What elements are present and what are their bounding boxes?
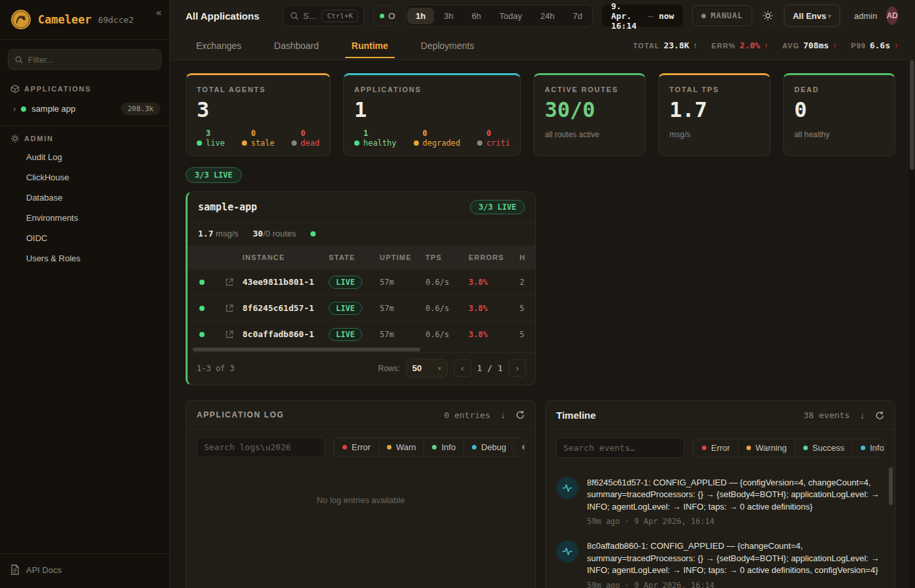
timeline-scrollbar[interactable]: [889, 467, 893, 588]
timeline-filter-button[interactable]: Error: [693, 439, 738, 457]
timeline-events: 8f6245c61d57-1: CONFIG_APPLIED — {config…: [546, 466, 895, 588]
sidebar-admin-item[interactable]: Audit Log: [0, 147, 169, 167]
card-active-routes: ACTIVE ROUTES 30/0 all routes active: [533, 73, 646, 156]
chevron-right-icon[interactable]: ›: [13, 104, 16, 114]
card-applications: APPLICATIONS 1 1healthy 0degraded: [343, 73, 522, 156]
app-panel-header[interactable]: sample-app 3/3 LIVE: [188, 192, 535, 222]
prev-page-button[interactable]: ‹: [454, 359, 471, 377]
global-search[interactable]: S… Ctrl+K: [283, 5, 364, 26]
card-value: 1: [354, 99, 510, 120]
row-link-cell: [216, 278, 242, 287]
theme-toggle-button[interactable]: [761, 5, 775, 26]
event-text: 8c0affadb860-1: CONFIG_APPLIED — {change…: [587, 540, 880, 576]
rows-per-page-select[interactable]: 50 ▾: [406, 359, 448, 378]
substat: 0stale: [242, 129, 274, 148]
timeline-filter-button[interactable]: Warning: [738, 439, 795, 457]
substat-dot: [414, 140, 419, 146]
connection-status-button[interactable]: O: [373, 5, 396, 26]
stat-cards: TOTAL AGENTS 3 3live 0stale: [186, 73, 895, 156]
page-scrollbar[interactable]: [909, 60, 915, 588]
external-link-icon[interactable]: [225, 304, 234, 313]
card-label: TOTAL AGENTS: [197, 86, 320, 93]
datetime-range[interactable]: 9. Apr. 16:14 – now: [602, 5, 683, 27]
sidebar-filter-input[interactable]: [28, 55, 154, 65]
errors-value: 3.8%: [469, 278, 520, 287]
scrollbar-thumb[interactable]: [889, 467, 893, 505]
time-range-button[interactable]: 7d: [565, 8, 591, 24]
timeline-event[interactable]: 8f6245c61d57-1: CONFIG_APPLIED — {config…: [556, 470, 880, 533]
horizontal-scrollbar[interactable]: [188, 347, 535, 352]
time-range-button[interactable]: 1h: [407, 8, 434, 24]
api-docs-link[interactable]: API Docs: [26, 565, 61, 575]
event-timestamp: 59m ago · 9 Apr 2026, 16:14: [587, 581, 880, 588]
log-level-filter-button[interactable]: Info: [424, 438, 463, 456]
admin-nav: Audit LogClickHouseDatabaseEnvironmentsO…: [0, 147, 169, 269]
sidebar-admin-item[interactable]: OIDC: [0, 228, 169, 248]
event-timestamp: 59m ago · 9 Apr 2026, 16:14: [587, 517, 880, 526]
log-level-filter-button[interactable]: Error: [334, 438, 378, 456]
table-row[interactable]: 8f6245c61d57-1 LIVE 57m 0.6/s 3.8% 5: [188, 295, 535, 321]
level-dot: [432, 445, 437, 449]
next-page-button[interactable]: ›: [508, 359, 526, 377]
download-icon[interactable]: ↓: [860, 410, 865, 421]
time-range-button[interactable]: Today: [491, 8, 531, 24]
substat-label: degraded: [423, 139, 461, 148]
log-level-filter-button[interactable]: Trace: [514, 438, 525, 456]
refresh-icon[interactable]: [875, 411, 884, 420]
bottom-panels: APPLICATION LOG 0 entries ↓ Error: [186, 400, 895, 588]
app-tps-value: 1.7: [198, 229, 213, 238]
time-range-button[interactable]: 6h: [463, 8, 490, 24]
sidebar-app-label: sample app: [31, 104, 116, 114]
scrollbar-thumb[interactable]: [193, 348, 420, 351]
log-level-filter-button[interactable]: Debug: [463, 438, 514, 456]
page-title: All Applications: [186, 10, 259, 22]
refresh-icon[interactable]: [516, 410, 525, 419]
log-entry-count: 0 entries: [444, 410, 490, 420]
env-select[interactable]: All Envs ▾: [784, 5, 840, 27]
h-value: 5: [520, 304, 536, 313]
sidebar-admin-item[interactable]: Environments: [0, 208, 169, 228]
card-label: APPLICATIONS: [354, 86, 510, 93]
tab[interactable]: Exchanges: [193, 33, 244, 58]
external-link-icon[interactable]: [225, 278, 234, 287]
sidebar-admin-item[interactable]: Database: [0, 188, 169, 208]
sidebar-filter[interactable]: [8, 49, 161, 70]
avatar[interactable]: AD: [886, 7, 898, 25]
timeline-filter-button[interactable]: Info: [852, 439, 884, 457]
time-range-button[interactable]: 24h: [532, 8, 563, 24]
level-dot: [472, 445, 476, 449]
sidebar-footer[interactable]: API Docs: [0, 553, 169, 588]
scrollbar-thumb[interactable]: [910, 60, 914, 170]
event-body: 8c0affadb860-1: CONFIG_APPLIED — {change…: [587, 540, 880, 588]
online-label: O: [388, 11, 395, 21]
external-link-icon[interactable]: [225, 330, 234, 339]
timeline-search-input[interactable]: [556, 438, 684, 458]
row-status-cell: [188, 332, 216, 337]
tab[interactable]: Runtime: [349, 33, 391, 58]
refresh-mode-button[interactable]: MANUAL: [692, 5, 752, 26]
rows-label: Rows:: [378, 364, 400, 373]
log-empty-message: No log entries available: [186, 465, 535, 505]
table-row[interactable]: 8c0affadb860-1 LIVE 57m 0.6/s 3.8% 5: [188, 321, 535, 347]
card-substats: 1healthy 0degraded 0criti: [354, 129, 510, 148]
app-count-badge: 208.3k: [121, 103, 160, 115]
sidebar-collapse-icon[interactable]: «: [156, 7, 161, 18]
tab[interactable]: Dashboard: [271, 33, 322, 58]
sidebar-admin-item[interactable]: Users & Roles: [0, 248, 169, 269]
tab[interactable]: Deployments: [418, 33, 477, 58]
table-row[interactable]: 43ee9811b801-1 LIVE 57m 0.6/s 3.8% 2: [188, 269, 535, 295]
trend-arrow-icon: ↑: [693, 41, 697, 50]
sample-app-panel: sample-app 3/3 LIVE 1.7 msg/s 30/0 route…: [186, 191, 536, 385]
level-label: Debug: [481, 442, 506, 452]
time-range-button[interactable]: 3h: [435, 8, 461, 24]
log-search-input[interactable]: [197, 437, 325, 457]
timeline-event[interactable]: 8c0affadb860-1: CONFIG_APPLIED — {change…: [556, 533, 880, 588]
row-status-cell: [188, 280, 216, 285]
sidebar-admin-item[interactable]: ClickHouse: [0, 167, 169, 188]
cube-icon: [10, 84, 20, 93]
severity-label: Warning: [756, 443, 787, 453]
sidebar-item-sample-app[interactable]: › sample app 208.3k: [0, 97, 169, 120]
download-icon[interactable]: ↓: [501, 410, 505, 420]
log-level-filter-button[interactable]: Warn: [378, 438, 424, 456]
timeline-filter-button[interactable]: Success: [795, 439, 852, 457]
